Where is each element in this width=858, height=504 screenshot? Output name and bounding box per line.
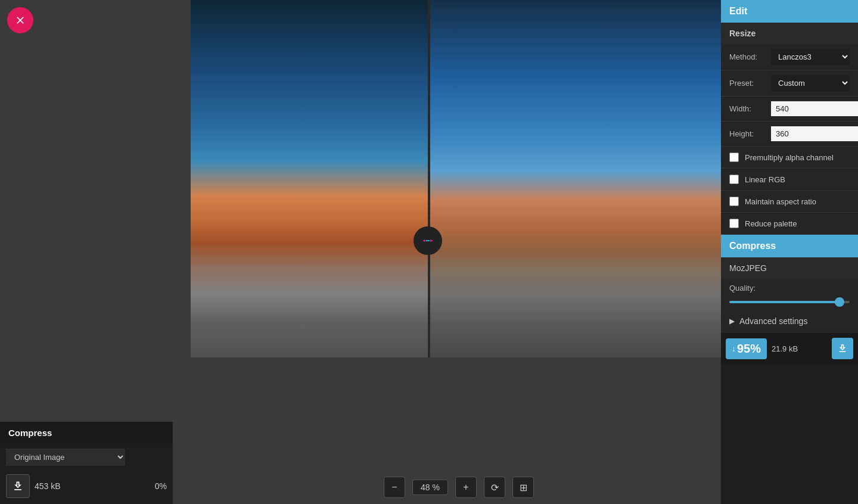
savings-percent-value: 95 <box>737 342 750 356</box>
maintain-aspect-checkbox[interactable] <box>729 197 739 206</box>
maintain-aspect-row: Maintain aspect ratio <box>721 191 858 213</box>
compress-type-row: MozJPEG <box>721 257 858 279</box>
quality-slider[interactable] <box>729 301 850 303</box>
compress-select-row: Original Image <box>0 444 173 471</box>
method-select[interactable]: Lanczos3 <box>771 49 850 65</box>
compress-percent-text: 0% <box>155 481 167 491</box>
compress-header-text: Compress <box>729 241 776 251</box>
edit-header: Edit <box>721 0 858 23</box>
resize-label: Resize <box>721 23 858 44</box>
advanced-settings-row[interactable]: ▶ Advanced settings <box>721 309 858 333</box>
method-label: Method: <box>729 52 771 61</box>
reduce-palette-label: Reduce palette <box>745 219 797 228</box>
quality-slider-row <box>721 297 858 309</box>
image-right-half <box>429 0 721 357</box>
close-icon <box>14 14 26 26</box>
edit-header-text: Edit <box>729 6 747 16</box>
download-icon <box>837 343 848 354</box>
premultiply-row: Premultiply alpha channel <box>721 147 858 169</box>
savings-badge: ↓ 95 % <box>726 338 767 359</box>
premultiply-checkbox[interactable] <box>729 153 739 162</box>
quality-label: Quality: <box>729 284 756 293</box>
preset-label: Preset: <box>729 79 771 88</box>
zoom-in-button[interactable]: + <box>455 477 477 498</box>
compress-type-text: MozJPEG <box>729 263 767 273</box>
zoom-percent-text: 48 % <box>421 483 440 492</box>
premultiply-label: Premultiply alpha channel <box>745 153 834 162</box>
rotate-button[interactable]: ⟳ <box>484 477 505 498</box>
zoom-toolbar: − 48 % + ⟳ ⊞ <box>191 477 721 498</box>
height-input[interactable] <box>771 126 858 141</box>
resize-label-text: Resize <box>729 29 756 38</box>
height-label: Height: <box>729 129 771 138</box>
advanced-chevron-icon: ▶ <box>729 317 735 325</box>
download-footer-icon <box>12 480 24 492</box>
scene-container <box>191 0 721 357</box>
split-handle[interactable] <box>414 226 442 255</box>
width-input[interactable] <box>771 101 858 116</box>
close-button[interactable] <box>7 7 33 33</box>
width-label: Width: <box>729 104 771 113</box>
compress-panel-header: Compress <box>0 422 173 444</box>
linear-rgb-checkbox[interactable] <box>729 175 739 184</box>
reduce-palette-row: Reduce palette <box>721 213 858 235</box>
compress-footer: 453 kB 0% <box>0 471 173 502</box>
savings-bar: ↓ 95 % 21.9 kB <box>721 333 858 364</box>
compress-percent-unit: % <box>160 481 167 491</box>
preset-select[interactable]: Custom <box>771 75 850 91</box>
compress-panel: Compress Original Image 453 kB 0% <box>0 422 173 504</box>
linear-rgb-row: Linear RGB <box>721 169 858 191</box>
height-row: Height: <box>721 122 858 147</box>
compress-panel-title: Compress <box>8 428 52 438</box>
savings-size-text: 21.9 kB <box>772 344 798 353</box>
split-arrows-icon <box>421 234 435 248</box>
compress-percent-value: 0 <box>155 481 160 491</box>
zoom-value-display: 48 % <box>412 480 448 495</box>
download-right-button[interactable] <box>832 338 853 359</box>
method-row: Method: Lanczos3 <box>721 44 858 70</box>
linear-rgb-label: Linear RGB <box>745 175 785 184</box>
download-button[interactable] <box>6 474 30 498</box>
width-row: Width: <box>721 97 858 122</box>
savings-arrow-icon: ↓ <box>732 344 736 353</box>
compress-header: Compress <box>721 235 858 257</box>
split-divider <box>428 0 430 357</box>
right-panel: Edit Resize Method: Lanczos3 Preset: Cus… <box>721 0 858 504</box>
advanced-settings-label: Advanced settings <box>739 316 807 326</box>
original-image-select[interactable]: Original Image <box>6 449 125 466</box>
preset-row: Preset: Custom <box>721 70 858 97</box>
savings-percent-unit: % <box>750 342 761 356</box>
reduce-palette-checkbox[interactable] <box>729 219 739 228</box>
quality-label-row: Quality: <box>721 279 858 297</box>
image-left-half <box>191 0 428 357</box>
file-size-text: 453 kB <box>35 481 61 491</box>
crop-button[interactable]: ⊞ <box>512 477 534 498</box>
zoom-out-button[interactable]: − <box>384 477 405 498</box>
maintain-aspect-label: Maintain aspect ratio <box>745 197 816 206</box>
